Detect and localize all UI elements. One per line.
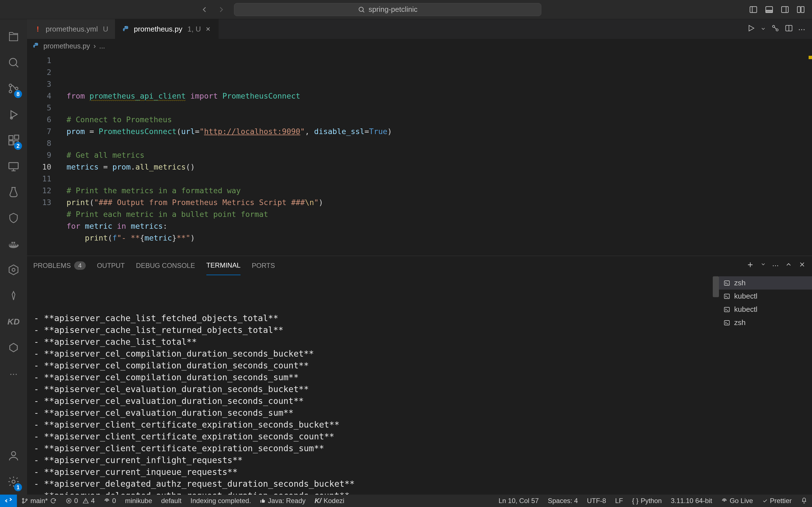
terminal-list-item[interactable]: zsh bbox=[719, 276, 812, 290]
svg-rect-30 bbox=[724, 281, 729, 285]
panel-bottom-icon[interactable] bbox=[763, 4, 775, 15]
tab-close-icon[interactable] bbox=[205, 25, 211, 33]
java-status-item[interactable]: Java: Ready bbox=[255, 495, 310, 507]
indentation-item[interactable]: Spaces: 4 bbox=[543, 497, 582, 505]
ports-item[interactable]: 0 bbox=[99, 495, 120, 507]
breadcrumb-more: ... bbox=[99, 42, 105, 50]
kubernetes-icon[interactable] bbox=[0, 257, 27, 283]
terminal-scrollbar[interactable] bbox=[713, 276, 719, 297]
panel-right-icon[interactable] bbox=[779, 4, 791, 15]
language-mode-item[interactable]: { } Python bbox=[627, 497, 666, 505]
ports-tab-label: PORTS bbox=[252, 262, 275, 270]
bottom-panel: PROBLEMS 4 OUTPUT DEBUG CONSOLE TERMINAL… bbox=[27, 256, 812, 495]
ports-count: 0 bbox=[112, 497, 116, 505]
yaml-file-icon: ! bbox=[34, 25, 42, 33]
panel-close-icon[interactable] bbox=[799, 261, 806, 270]
accounts-icon[interactable] bbox=[0, 443, 27, 469]
tab-prometheus-py[interactable]: prometheus.py 1, U bbox=[115, 19, 219, 39]
scm-badge: 8 bbox=[14, 90, 22, 98]
terminal-tab[interactable]: TERMINAL bbox=[206, 256, 241, 275]
terminal-output[interactable]: - **apiserver_cache_list_fetched_objects… bbox=[27, 275, 719, 495]
terminal-icon bbox=[723, 320, 730, 326]
output-tab[interactable]: OUTPUT bbox=[97, 256, 125, 275]
command-center-search[interactable]: spring-petclinic bbox=[234, 3, 541, 16]
new-terminal-icon[interactable] bbox=[746, 261, 754, 270]
testing-icon[interactable] bbox=[0, 179, 27, 205]
code-editor[interactable]: 12345678910111213 from prometheus_api_cl… bbox=[27, 53, 812, 256]
svg-rect-8 bbox=[797, 6, 801, 12]
svg-point-36 bbox=[26, 499, 28, 501]
tab-label: prometheus.py bbox=[134, 25, 183, 34]
nav-back-button[interactable] bbox=[199, 4, 210, 15]
problems-tab[interactable]: PROBLEMS 4 bbox=[33, 256, 86, 275]
cursor-position-item[interactable]: Ln 10, Col 57 bbox=[494, 497, 543, 505]
extensions-badge: 2 bbox=[14, 142, 22, 150]
k8s-context: minikube bbox=[125, 497, 152, 505]
extensions-icon[interactable]: 2 bbox=[0, 127, 27, 153]
minimap[interactable] bbox=[804, 53, 812, 256]
settings-gear-icon[interactable]: 1 bbox=[0, 469, 27, 495]
problems-badge: 4 bbox=[74, 262, 86, 270]
compare-icon[interactable] bbox=[771, 24, 779, 34]
more-icon[interactable]: ··· bbox=[0, 360, 27, 386]
svg-point-39 bbox=[724, 500, 725, 501]
source-control-icon[interactable]: 8 bbox=[0, 75, 27, 101]
k8s-context-item[interactable]: minikube bbox=[120, 495, 156, 507]
run-debug-icon[interactable] bbox=[0, 101, 27, 127]
check-icon bbox=[762, 498, 768, 504]
svg-point-23 bbox=[11, 452, 16, 456]
svg-rect-1 bbox=[750, 6, 757, 12]
diagnostics-item[interactable]: 0 4 bbox=[61, 495, 99, 507]
svg-point-35 bbox=[22, 502, 24, 503]
debug-console-tab[interactable]: DEBUG CONSOLE bbox=[136, 256, 195, 275]
explorer-icon[interactable] bbox=[0, 24, 27, 50]
warning-icon bbox=[83, 498, 89, 504]
extension-icon-1[interactable] bbox=[0, 205, 27, 231]
layout-custom-icon[interactable] bbox=[795, 4, 806, 15]
editor-tabs: ! prometheus.yml U prometheus.py 1, U bbox=[27, 19, 812, 39]
encoding-item[interactable]: UTF-8 bbox=[582, 497, 611, 505]
split-editor-icon[interactable] bbox=[784, 24, 793, 34]
docker-icon[interactable] bbox=[0, 231, 27, 257]
remote-indicator[interactable] bbox=[0, 495, 17, 507]
extension-icon-3[interactable] bbox=[0, 335, 27, 360]
indexing-item[interactable]: Indexing completed. bbox=[186, 495, 256, 507]
eol-item[interactable]: LF bbox=[611, 497, 627, 505]
error-count: 0 bbox=[74, 497, 78, 505]
ports-tab[interactable]: PORTS bbox=[252, 256, 275, 275]
extension-icon-2[interactable] bbox=[0, 283, 27, 309]
k8s-namespace: default bbox=[161, 497, 181, 505]
panel-maximize-icon[interactable] bbox=[785, 261, 792, 270]
k8s-namespace-item[interactable]: default bbox=[156, 495, 186, 507]
kodezi-item[interactable]: K/ Kodezi bbox=[310, 495, 349, 507]
code-content[interactable]: from prometheus_api_client import Promet… bbox=[58, 53, 812, 256]
terminal-list-item[interactable]: kubectl bbox=[719, 290, 812, 303]
interpreter-item[interactable]: 3.11.10 64-bit bbox=[666, 497, 717, 505]
panel-more-icon[interactable]: ··· bbox=[772, 261, 779, 270]
terminal-icon bbox=[723, 280, 730, 286]
svg-point-34 bbox=[22, 499, 24, 500]
run-button[interactable] bbox=[747, 24, 755, 34]
interpreter: 3.11.10 64-bit bbox=[671, 497, 712, 505]
panel-left-icon[interactable] bbox=[748, 4, 759, 15]
terminal-dropdown-icon[interactable] bbox=[760, 261, 766, 270]
run-dropdown-icon[interactable] bbox=[760, 25, 766, 34]
notifications-item[interactable] bbox=[796, 497, 812, 504]
broadcast-icon bbox=[721, 498, 727, 504]
tab-prometheus-yml[interactable]: ! prometheus.yml U bbox=[27, 19, 115, 39]
prettier-item[interactable]: Prettier bbox=[758, 497, 796, 505]
go-live-item[interactable]: Go Live bbox=[717, 497, 758, 505]
terminal-list-item[interactable]: zsh bbox=[719, 316, 812, 329]
nav-forward-button[interactable] bbox=[216, 4, 227, 15]
terminal-list-item[interactable]: kubectl bbox=[719, 303, 812, 316]
svg-rect-32 bbox=[724, 307, 729, 312]
breadcrumb[interactable]: prometheus.py › ... bbox=[27, 39, 812, 53]
kodezi-ab-icon[interactable]: KD bbox=[0, 309, 27, 335]
git-branch-item[interactable]: main* bbox=[17, 495, 61, 507]
svg-rect-19 bbox=[9, 163, 18, 169]
remote-explorer-icon[interactable] bbox=[0, 153, 27, 179]
svg-point-12 bbox=[9, 90, 11, 93]
search-icon[interactable] bbox=[0, 50, 27, 75]
more-actions-icon[interactable]: ··· bbox=[798, 24, 805, 34]
python-file-icon bbox=[122, 25, 130, 33]
